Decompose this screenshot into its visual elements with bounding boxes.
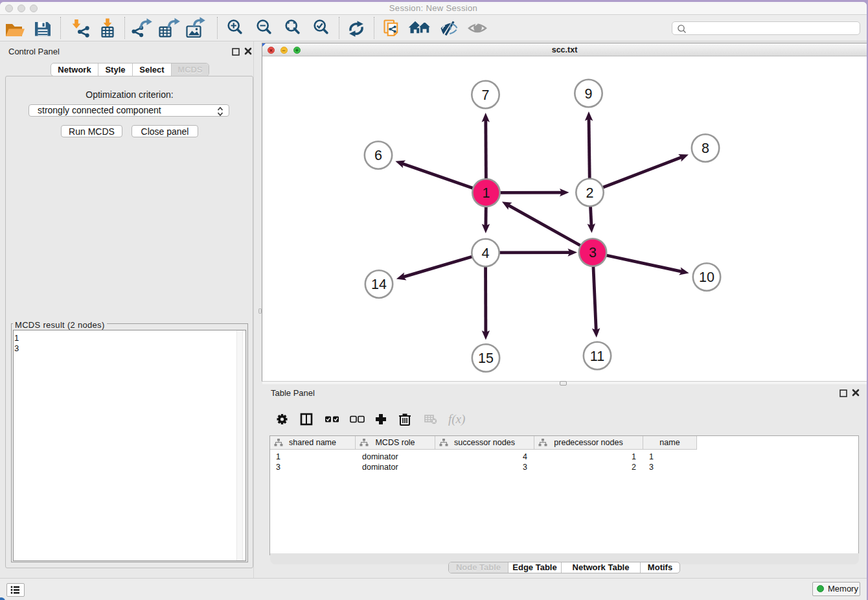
- svg-text:10: 10: [699, 270, 714, 285]
- svg-text:4: 4: [482, 246, 490, 261]
- svg-text:11: 11: [590, 349, 604, 364]
- svg-text:1: 1: [483, 185, 490, 201]
- svg-text:9: 9: [585, 86, 593, 102]
- svg-text:2: 2: [586, 185, 594, 201]
- svg-text:15: 15: [478, 351, 494, 366]
- svg-text:6: 6: [374, 148, 382, 163]
- svg-text:3: 3: [589, 245, 597, 260]
- svg-text:f(x): f(x): [448, 412, 465, 426]
- svg-text:7: 7: [482, 87, 490, 103]
- svg-text:8: 8: [702, 141, 709, 156]
- svg-text:14: 14: [371, 277, 387, 292]
